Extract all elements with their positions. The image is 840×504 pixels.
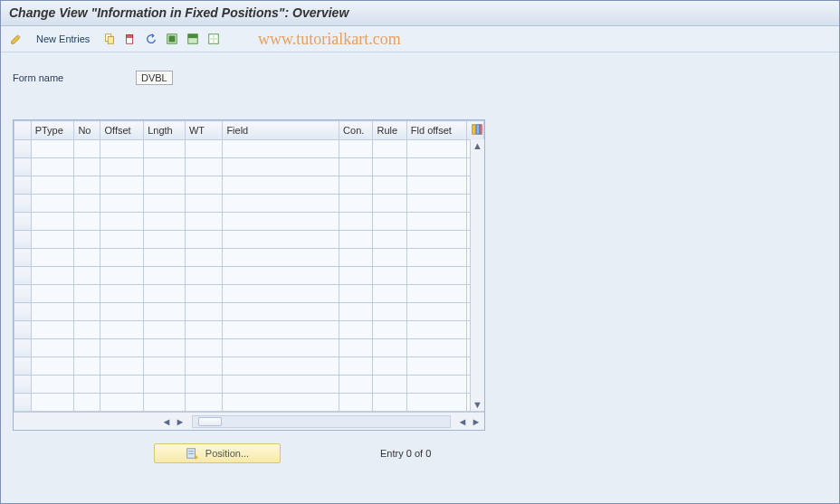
cell[interactable] [185,140,223,158]
col-offset[interactable]: Offset [100,121,144,140]
cell[interactable] [144,176,186,195]
cell[interactable] [339,339,373,357]
cell[interactable] [31,158,74,176]
cell[interactable] [339,140,373,158]
cell[interactable] [373,285,406,303]
deselect-all-icon[interactable] [205,30,223,48]
cell[interactable] [406,285,466,303]
cell[interactable] [373,176,406,195]
scroll-up-icon[interactable]: ▲ [472,139,484,152]
cell[interactable] [100,195,144,213]
cell[interactable] [223,213,339,231]
cell[interactable] [74,195,100,213]
cell[interactable] [31,140,74,158]
cell[interactable] [100,267,144,285]
cell[interactable] [31,195,74,213]
cell[interactable] [339,176,373,195]
hscroll-right-icon[interactable]: ► [470,415,482,428]
row-selector[interactable] [14,303,32,321]
copy-icon[interactable] [100,30,119,48]
cell[interactable] [144,249,186,267]
cell[interactable] [100,303,144,321]
row-selector[interactable] [14,213,32,231]
cell[interactable] [406,357,466,376]
col-fldoffset[interactable]: Fld offset [406,121,466,140]
cell[interactable] [74,249,100,267]
cell[interactable] [223,140,339,158]
cell[interactable] [31,339,74,357]
cell[interactable] [100,213,144,231]
cell[interactable] [406,158,466,176]
scroll-down-icon[interactable]: ▼ [472,398,484,411]
cell[interactable] [373,321,406,339]
vertical-scrollbar[interactable]: ▲ ▼ [470,139,484,411]
cell[interactable] [406,339,466,357]
cell[interactable] [74,231,100,249]
cell[interactable] [74,303,100,321]
cell[interactable] [339,376,373,394]
cell[interactable] [100,357,144,376]
row-selector[interactable] [14,357,32,376]
cell[interactable] [185,303,223,321]
select-all-rows[interactable] [14,121,32,140]
cell[interactable] [223,158,339,176]
cell[interactable] [185,176,223,195]
col-ptype[interactable]: PType [31,121,74,140]
cell[interactable] [373,394,406,412]
cell[interactable] [339,195,373,213]
new-entries-button[interactable]: New Entries [28,30,98,48]
cell[interactable] [74,267,100,285]
cell[interactable] [144,376,186,394]
cell[interactable] [144,213,186,231]
cell[interactable] [185,267,223,285]
cell[interactable] [74,176,100,195]
cell[interactable] [100,285,144,303]
cell[interactable] [185,321,223,339]
cell[interactable] [373,231,406,249]
cell[interactable] [223,394,339,412]
cell[interactable] [74,213,100,231]
cell[interactable] [223,176,339,195]
cell[interactable] [406,303,466,321]
cell[interactable] [31,357,74,376]
cell[interactable] [339,285,373,303]
cell[interactable] [74,285,100,303]
cell[interactable] [31,376,74,394]
cell[interactable] [144,339,186,357]
cell[interactable] [406,231,466,249]
cell[interactable] [406,267,466,285]
delete-icon[interactable] [121,30,139,48]
cell[interactable] [74,321,100,339]
cell[interactable] [100,231,144,249]
hscroll-track[interactable] [192,415,451,428]
select-block-icon[interactable] [184,30,202,48]
cell[interactable] [339,231,373,249]
cell[interactable] [185,213,223,231]
col-field[interactable]: Field [223,121,339,140]
cell[interactable] [31,176,74,195]
cell[interactable] [373,158,406,176]
cell[interactable] [339,267,373,285]
cell[interactable] [185,158,223,176]
cell[interactable] [223,303,339,321]
cell[interactable] [223,195,339,213]
col-lngth[interactable]: Lngth [144,121,186,140]
cell[interactable] [74,357,100,376]
hscroll-left-icon[interactable]: ◄ [160,415,173,428]
cell[interactable] [31,394,74,412]
cell[interactable] [373,140,406,158]
row-selector[interactable] [14,176,32,195]
cell[interactable] [406,376,466,394]
cell[interactable] [185,339,223,357]
hscroll-left-inner-icon[interactable]: ◄ [456,415,469,428]
cell[interactable] [223,321,339,339]
cell[interactable] [406,195,466,213]
row-selector[interactable] [14,394,32,412]
cell[interactable] [100,249,144,267]
horizontal-scrollbar[interactable]: ◄ ► ◄ ► [14,412,484,430]
cell[interactable] [373,339,406,357]
table-settings-icon[interactable] [467,121,484,140]
row-selector[interactable] [14,376,32,394]
cell[interactable] [31,285,74,303]
row-selector[interactable] [14,321,32,339]
